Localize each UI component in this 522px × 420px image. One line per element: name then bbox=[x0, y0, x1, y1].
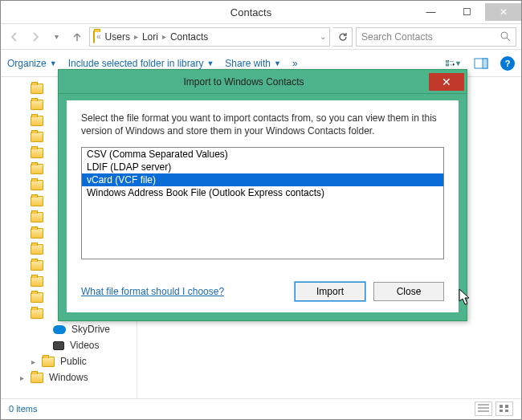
folder-icon bbox=[31, 244, 43, 255]
navbar: ▾ « Users ▸ Lori ▸ Contacts ⌄ Search Con… bbox=[1, 24, 521, 50]
breadcrumb-dropdown-icon[interactable]: ⌄ bbox=[320, 32, 326, 41]
dialog-titlebar: Import to Windows Contacts ✕ bbox=[59, 70, 467, 94]
crumb[interactable]: Lori bbox=[140, 31, 161, 43]
share-menu[interactable]: Share with ▼ bbox=[225, 58, 281, 69]
item-count: 0 items bbox=[9, 404, 37, 414]
include-menu[interactable]: Include selected folder in library ▼ bbox=[68, 58, 214, 69]
dialog-body: Select the file format you want to impor… bbox=[59, 94, 467, 320]
help-button[interactable]: ? bbox=[500, 56, 515, 71]
svg-rect-8 bbox=[505, 410, 508, 412]
tree-item[interactable]: Videos bbox=[4, 337, 137, 353]
format-option[interactable]: LDIF (LDAP server) bbox=[82, 161, 443, 173]
search-placeholder: Search Contacts bbox=[361, 31, 433, 43]
up-button[interactable] bbox=[68, 28, 86, 46]
close-button[interactable]: ✕ bbox=[485, 3, 521, 21]
include-label: Include selected folder in library bbox=[68, 58, 204, 69]
tree-item[interactable]: ▸Public bbox=[4, 353, 137, 369]
dialog-footer: What file format should I choose? Import… bbox=[81, 282, 444, 301]
details-view-button[interactable] bbox=[475, 402, 492, 416]
forward-button[interactable] bbox=[27, 28, 44, 46]
folder-icon bbox=[31, 84, 43, 94]
refresh-button[interactable] bbox=[333, 27, 353, 47]
icons-view-icon bbox=[499, 404, 510, 413]
help-icon: ? bbox=[505, 59, 511, 68]
svg-rect-2 bbox=[446, 63, 449, 65]
search-icon bbox=[500, 31, 511, 42]
svg-point-0 bbox=[501, 32, 508, 39]
organize-label: Organize bbox=[7, 58, 47, 69]
chevron-down-icon: ▼ bbox=[50, 59, 57, 67]
toolbar-overflow[interactable]: » bbox=[292, 58, 298, 69]
tree-item[interactable]: SkyDrive bbox=[4, 321, 137, 337]
arrow-right-icon bbox=[30, 31, 41, 43]
folder-icon bbox=[31, 292, 43, 303]
tree-caret-icon: ▸ bbox=[31, 357, 39, 366]
tree-item[interactable]: ▸Windows bbox=[4, 369, 137, 385]
folder-icon bbox=[31, 228, 43, 239]
back-button[interactable] bbox=[6, 28, 23, 46]
import-dialog: Import to Windows Contacts ✕ Select the … bbox=[58, 69, 467, 321]
maximize-button[interactable]: ☐ bbox=[449, 3, 485, 21]
breadcrumb[interactable]: « Users ▸ Lori ▸ Contacts ⌄ bbox=[89, 27, 330, 47]
folder-icon bbox=[31, 260, 43, 271]
folder-icon bbox=[31, 180, 43, 190]
preview-pane-button[interactable] bbox=[473, 55, 489, 71]
chevron-down-icon: ▼ bbox=[274, 59, 281, 67]
folder-icon bbox=[31, 373, 43, 383]
icons-view-button[interactable] bbox=[495, 402, 513, 416]
import-button[interactable]: Import bbox=[295, 282, 365, 301]
chevron-right-icon: ▸ bbox=[162, 32, 166, 41]
chevron-down-icon: ▼ bbox=[206, 59, 214, 67]
skydrive-icon bbox=[53, 325, 66, 334]
svg-rect-6 bbox=[505, 405, 508, 408]
folder-icon bbox=[31, 276, 43, 287]
tree-item-label: SkyDrive bbox=[71, 324, 110, 335]
dialog-close-button[interactable]: ✕ bbox=[429, 73, 464, 91]
search-input[interactable]: Search Contacts bbox=[356, 27, 516, 47]
svg-rect-7 bbox=[500, 410, 503, 412]
video-icon bbox=[53, 341, 64, 350]
window-controls: — ☐ ✕ bbox=[413, 3, 521, 21]
organize-menu[interactable]: Organize ▼ bbox=[7, 58, 57, 69]
explorer-window: Contacts — ☐ ✕ ▾ « Users ▸ Lori ▸ Contac… bbox=[0, 0, 522, 420]
recent-button[interactable]: ▾ bbox=[47, 28, 65, 46]
tree-item-label: Public bbox=[60, 356, 87, 367]
folder-icon bbox=[93, 31, 95, 43]
arrow-up-icon bbox=[71, 31, 83, 43]
crumb[interactable]: Contacts bbox=[168, 31, 210, 43]
crumb[interactable]: Users bbox=[103, 31, 133, 43]
preview-pane-icon bbox=[474, 58, 488, 69]
dialog-title: Import to Windows Contacts bbox=[59, 76, 429, 88]
folder-icon bbox=[31, 164, 43, 174]
svg-rect-5 bbox=[500, 405, 503, 408]
share-label: Share with bbox=[225, 58, 271, 69]
refresh-icon bbox=[338, 32, 348, 42]
chevron-right-icon: ▸ bbox=[134, 32, 138, 41]
folder-icon bbox=[31, 132, 43, 142]
crumb-separator-icon: « bbox=[96, 32, 101, 41]
details-view-icon bbox=[478, 404, 489, 413]
format-option[interactable]: CSV (Comma Separated Values) bbox=[82, 148, 443, 161]
svg-rect-1 bbox=[446, 60, 449, 62]
format-option[interactable]: Windows Address Book File (Outlook Expre… bbox=[82, 186, 443, 199]
statusbar: 0 items bbox=[1, 398, 521, 418]
tree-caret-icon: ▸ bbox=[20, 373, 28, 382]
svg-rect-4 bbox=[483, 59, 487, 68]
folder-icon bbox=[31, 148, 43, 158]
view-options-icon bbox=[446, 58, 455, 69]
tree-item-label: Windows bbox=[49, 372, 88, 383]
dialog-description: Select the file format you want to impor… bbox=[81, 112, 444, 137]
folder-icon bbox=[31, 212, 43, 222]
folder-icon bbox=[31, 116, 43, 126]
folder-icon bbox=[31, 196, 43, 206]
titlebar: Contacts — ☐ ✕ bbox=[1, 1, 521, 24]
minimize-button[interactable]: — bbox=[413, 3, 449, 21]
close-button[interactable]: Close bbox=[373, 282, 444, 301]
help-link[interactable]: What file format should I choose? bbox=[81, 286, 287, 297]
format-option[interactable]: vCard (VCF file) bbox=[82, 173, 443, 186]
format-listbox[interactable]: CSV (Comma Separated Values)LDIF (LDAP s… bbox=[81, 147, 444, 259]
window-title: Contacts bbox=[89, 6, 413, 18]
arrow-left-icon bbox=[9, 31, 20, 43]
close-icon: ✕ bbox=[442, 75, 451, 88]
folder-icon bbox=[31, 100, 43, 110]
